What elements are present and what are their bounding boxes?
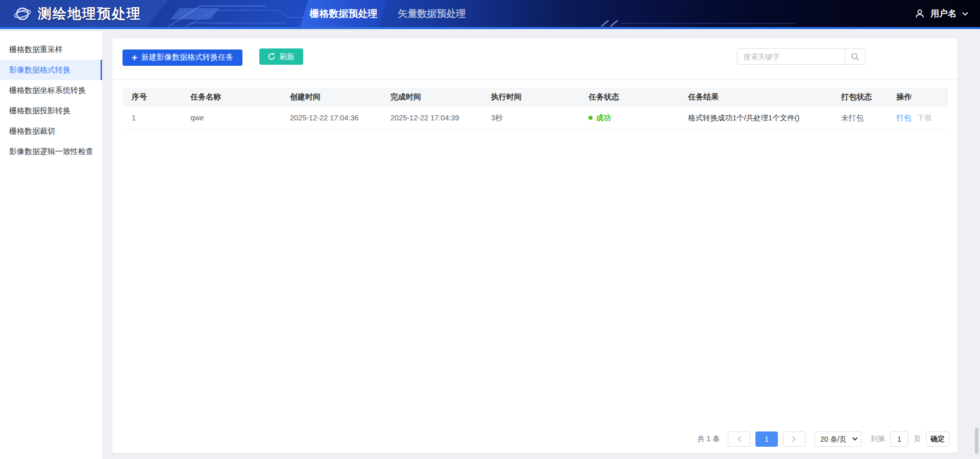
search-box xyxy=(737,48,866,65)
search-input[interactable] xyxy=(738,49,845,64)
col-status: 任务状态 xyxy=(579,88,679,107)
col-result: 任务结果 xyxy=(679,88,832,107)
sidebar-item-raster-projection-convert[interactable]: 栅格数据投影转换 xyxy=(0,100,102,121)
goto-page-input[interactable] xyxy=(890,431,909,447)
status-dot-icon xyxy=(589,116,593,120)
download-link[interactable]: 下载 xyxy=(917,114,932,122)
sidebar-item-image-format-convert[interactable]: 影像数据格式转换 xyxy=(0,60,102,80)
page-size-select[interactable]: 20 条/页 xyxy=(815,431,862,447)
table-row: 1 qwe 2025-12-22 17:04:36 2025-12-22 17:… xyxy=(122,107,948,130)
top-tabs: 栅格数据预处理 矢量数据预处理 xyxy=(300,0,477,27)
tab-raster-preprocess[interactable]: 栅格数据预处理 xyxy=(300,0,387,27)
task-table: 序号 任务名称 创建时间 完成时间 执行时间 任务状态 任务结果 打包状态 操作… xyxy=(122,88,948,130)
globe-logo-icon xyxy=(13,5,32,23)
cell-created-at: 2025-12-22 17:04:36 xyxy=(281,107,381,130)
brand: 测绘地理预处理 xyxy=(13,0,141,27)
package-link[interactable]: 打包 xyxy=(896,114,911,122)
goto-prefix-label: 到第 xyxy=(871,435,885,444)
cell-result: 格式转换成功1个/共处理1个文件() xyxy=(679,107,832,130)
col-task-name: 任务名称 xyxy=(181,88,281,107)
cell-status: 成功 xyxy=(579,107,679,130)
cell-index: 1 xyxy=(122,107,181,130)
refresh-button[interactable]: 刷新 xyxy=(259,48,303,65)
search-button[interactable] xyxy=(845,49,865,64)
chevron-down-icon xyxy=(962,11,969,16)
status-text: 成功 xyxy=(596,114,611,122)
sidebar-item-image-logic-check[interactable]: 影像数据逻辑一致性检查 xyxy=(0,141,102,162)
new-task-button[interactable]: + 新建影像数据格式转换任务 xyxy=(122,49,242,66)
scrollbar-thumb[interactable] xyxy=(975,427,978,454)
user-menu[interactable]: 用户名 xyxy=(914,0,969,27)
task-table-wrap: 序号 任务名称 创建时间 完成时间 执行时间 任务状态 任务结果 打包状态 操作… xyxy=(122,88,948,130)
content-card: + 新建影像数据格式转换任务 刷新 xyxy=(112,38,958,453)
goto-suffix-label: 页 xyxy=(914,435,921,444)
next-page-button[interactable] xyxy=(783,431,805,447)
user-icon xyxy=(914,8,925,19)
plus-icon: + xyxy=(132,53,137,62)
col-duration: 执行时间 xyxy=(482,88,579,107)
user-name: 用户名 xyxy=(930,8,957,19)
pagination: 共 1 条 1 20 条/页 到第 页 确定 xyxy=(697,431,949,447)
page-size-select-wrap: 20 条/页 xyxy=(815,431,862,447)
toolbar-divider xyxy=(112,79,958,80)
col-actions: 操作 xyxy=(887,88,948,107)
prev-page-button[interactable] xyxy=(728,431,750,447)
col-index: 序号 xyxy=(122,88,181,107)
total-count-label: 共 1 条 xyxy=(697,435,720,444)
refresh-button-label: 刷新 xyxy=(280,52,295,62)
col-created-at: 创建时间 xyxy=(281,88,381,107)
table-header-row: 序号 任务名称 创建时间 完成时间 执行时间 任务状态 任务结果 打包状态 操作 xyxy=(122,88,948,107)
tab-vector-preprocess[interactable]: 矢量数据预处理 xyxy=(387,0,477,27)
sidebar: 栅格数据重采样 影像数据格式转换 栅格数据坐标系统转换 栅格数据投影转换 栅格数… xyxy=(0,31,102,459)
new-task-button-label: 新建影像数据格式转换任务 xyxy=(141,53,233,62)
app-title: 测绘地理预处理 xyxy=(38,5,141,23)
sidebar-item-raster-coord-convert[interactable]: 栅格数据坐标系统转换 xyxy=(0,80,102,100)
col-finished-at: 完成时间 xyxy=(381,88,482,107)
search-icon xyxy=(851,53,860,61)
toolbar: + 新建影像数据格式转换任务 刷新 xyxy=(112,38,958,79)
cell-finished-at: 2025-12-22 17:04:39 xyxy=(381,107,482,130)
cell-actions: 打包下载 xyxy=(887,107,948,130)
header-circuit-decoration xyxy=(0,0,980,29)
cell-package-status: 未打包 xyxy=(832,107,887,130)
col-package-status: 打包状态 xyxy=(832,88,887,107)
refresh-icon xyxy=(267,53,276,61)
cell-task-name: qwe xyxy=(181,107,281,130)
app-header: 测绘地理预处理 栅格数据预处理 矢量数据预处理 用户名 xyxy=(0,0,980,29)
cell-duration: 3秒 xyxy=(482,107,579,130)
page-number-button[interactable]: 1 xyxy=(755,431,778,447)
goto-confirm-button[interactable]: 确定 xyxy=(926,431,949,447)
chevron-right-icon xyxy=(792,436,797,443)
sidebar-item-raster-resample[interactable]: 栅格数据重采样 xyxy=(0,39,102,60)
chevron-left-icon xyxy=(737,436,742,443)
sidebar-item-raster-clip[interactable]: 栅格数据裁切 xyxy=(0,121,102,141)
